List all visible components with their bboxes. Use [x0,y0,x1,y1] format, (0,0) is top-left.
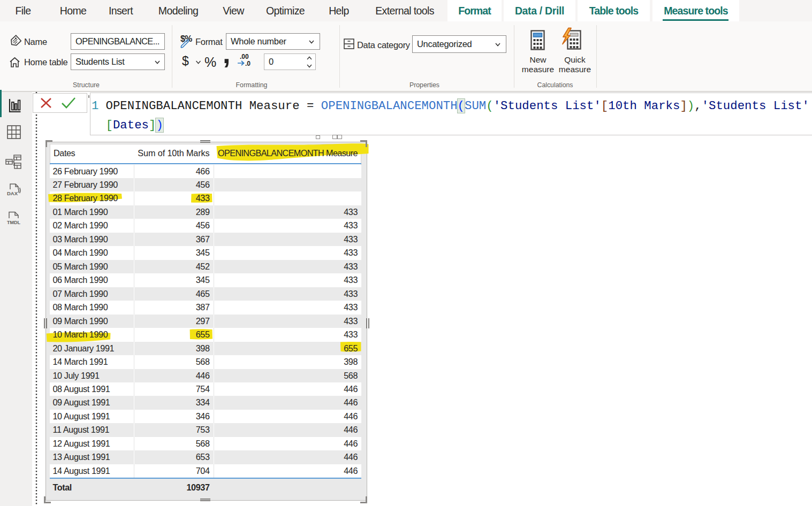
svg-text:TMDL: TMDL [7,220,20,225]
svg-text:DAX: DAX [7,190,18,196]
